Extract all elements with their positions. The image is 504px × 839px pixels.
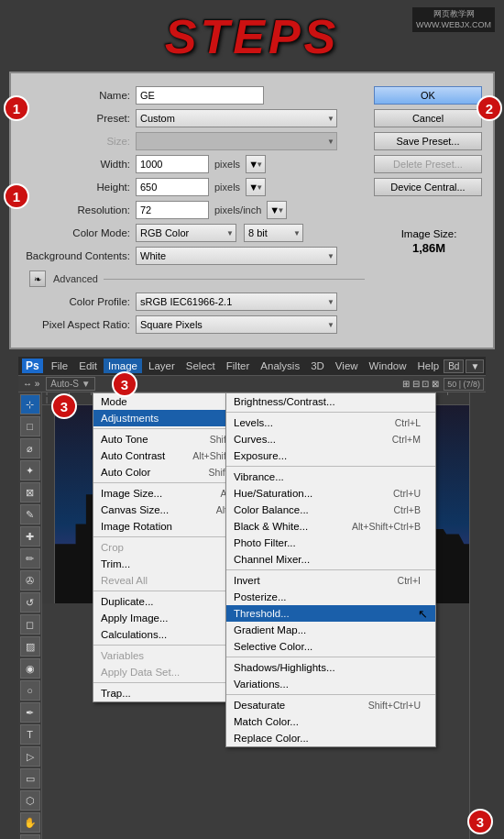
menu-3d[interactable]: 3D (306, 359, 329, 373)
adj-brightness-contrast[interactable]: Brightness/Contrast... (226, 393, 435, 410)
width-input[interactable] (136, 155, 209, 173)
adj-channel-mixer[interactable]: Channel Mixer... (226, 551, 435, 568)
resolution-input[interactable] (136, 201, 209, 219)
resolution-units-select[interactable]: ▼ (267, 201, 287, 219)
name-input[interactable] (136, 86, 264, 105)
width-control: pixels ▼ (136, 155, 365, 173)
tool-shape[interactable]: ▭ (20, 768, 40, 789)
tool-clone[interactable]: ✇ (20, 570, 40, 591)
tool-marquee[interactable]: □ (20, 416, 40, 436)
ps-toolbar2: ↔ » Auto-S ▼ ⊞ ⊟ ⊡ ⊠ 50 | (7/8) (18, 376, 486, 392)
adj-black-white[interactable]: Black & White... Alt+Shift+Ctrl+B (226, 518, 435, 535)
preset-control: Custom (136, 109, 365, 127)
color-mode-row: Color Mode: RGB Color 8 bit (20, 224, 365, 242)
tool-eraser[interactable]: ◻ (20, 614, 40, 635)
adj-exposure[interactable]: Exposure... (226, 447, 435, 464)
adj-variations[interactable]: Variations... (226, 676, 435, 692)
tool-zoom[interactable]: ⌕ (20, 834, 40, 839)
advanced-row: ❧ Advanced (20, 270, 365, 287)
tool-crop[interactable]: ⊠ (20, 482, 40, 502)
adj-gradient-map[interactable]: Gradient Map... (226, 622, 435, 638)
height-input[interactable] (136, 178, 209, 196)
tool-blur[interactable]: ◉ (20, 658, 40, 679)
tool-hand[interactable]: ✋ (20, 812, 40, 833)
adj-threshold[interactable]: Threshold... ↖ (226, 605, 435, 622)
adj-match-color[interactable]: Match Color... (226, 713, 435, 730)
bg-contents-wrapper: White (136, 247, 337, 265)
cancel-button[interactable]: Cancel (374, 109, 482, 127)
width-label: Width: (20, 159, 130, 170)
bg-contents-select[interactable]: White (136, 247, 337, 265)
adj-sep-1 (226, 412, 435, 413)
resolution-control: pixels/inch ▼ (136, 201, 365, 219)
ps-menu-bar: File Edit Image Layer Select Filter Anal… (47, 359, 444, 373)
resolution-row: Resolution: pixels/inch ▼ (20, 201, 365, 219)
pixel-ratio-row: Pixel Aspect Ratio: Square Pixels (20, 315, 365, 334)
menu-select[interactable]: Select (181, 359, 220, 373)
tool-healing[interactable]: ✚ (20, 526, 40, 546)
adj-photo-filter[interactable]: Photo Filter... (226, 535, 435, 551)
color-mode-select[interactable]: RGB Color (136, 224, 236, 242)
ps-menubar: Ps File Edit Image Layer Select Filter A… (18, 357, 486, 376)
ps-icon-btn-1[interactable]: Bd (444, 359, 464, 373)
toolbar-arrows[interactable]: ↔ » (20, 378, 42, 390)
size-row: Size: (20, 132, 365, 150)
menu-file[interactable]: File (47, 359, 73, 373)
adj-shadows-highlights[interactable]: Shadows/Highlights... (226, 659, 435, 676)
delete-preset-button[interactable]: Delete Preset... (374, 155, 482, 173)
adj-replace-color[interactable]: Replace Color... (226, 730, 435, 746)
tool-move[interactable]: ⊹ (20, 394, 40, 414)
tool-lasso[interactable]: ⌀ (20, 438, 40, 458)
advanced-toggle[interactable]: ❧ (29, 270, 46, 287)
step3-circle-adjustments: 3 (51, 393, 77, 419)
menu-edit[interactable]: Edit (74, 359, 102, 373)
adj-hue-saturation[interactable]: Hue/Saturation... Ctrl+U (226, 485, 435, 502)
color-mode-control: RGB Color 8 bit (136, 224, 365, 242)
tool-path-select[interactable]: ▷ (20, 746, 40, 767)
adj-curves[interactable]: Curves... Ctrl+M (226, 431, 435, 447)
adj-posterize[interactable]: Posterize... (226, 589, 435, 605)
device-central-button[interactable]: Device Central... (374, 178, 482, 196)
menu-help[interactable]: Help (412, 359, 444, 373)
tool-eyedropper[interactable]: ✎ (20, 504, 40, 524)
color-profile-select[interactable]: sRGB IEC61966-2.1 (136, 293, 337, 311)
menu-filter[interactable]: Filter (222, 359, 255, 373)
width-units-wrapper: ▼ (246, 155, 266, 173)
preset-label: Preset: (20, 113, 130, 124)
adj-invert[interactable]: Invert Ctrl+I (226, 572, 435, 589)
color-mode-label: Color Mode: (20, 227, 130, 238)
pixel-ratio-select[interactable]: Square Pixels (136, 315, 337, 334)
tool-magic-wand[interactable]: ✦ (20, 460, 40, 480)
menu-window[interactable]: Window (365, 359, 411, 373)
adj-selective-color[interactable]: Selective Color... (226, 638, 435, 655)
color-depth-select[interactable]: 8 bit (244, 224, 303, 242)
tool-brush[interactable]: ✏ (20, 548, 40, 569)
adj-levels[interactable]: Levels... Ctrl+L (226, 414, 435, 431)
menu-analysis[interactable]: Analysis (256, 359, 304, 373)
adj-desaturate[interactable]: Desaturate Shift+Ctrl+U (226, 697, 435, 713)
toolbar-dropdown-1[interactable]: Auto-S ▼ (46, 377, 94, 391)
adj-vibrance[interactable]: Vibrance... (226, 469, 435, 485)
bg-contents-row: Background Contents: White (20, 247, 365, 265)
pixel-ratio-control: Square Pixels (136, 315, 365, 334)
tool-gradient[interactable]: ▨ (20, 636, 40, 657)
bg-contents-label: Background Contents: (20, 250, 130, 261)
tool-type[interactable]: T (20, 724, 40, 745)
tool-history-brush[interactable]: ↺ (20, 592, 40, 613)
toolbar-icon-group[interactable]: ⊞ ⊟ ⊡ ⊠ (400, 378, 442, 391)
adj-color-balance[interactable]: Color Balance... Ctrl+B (226, 502, 435, 518)
height-units-select[interactable]: ▼ (246, 178, 266, 196)
tool-dodge[interactable]: ○ (20, 680, 40, 701)
preset-select[interactable]: Custom (136, 109, 337, 127)
tool-pen[interactable]: ✒ (20, 702, 40, 723)
resolution-units-wrapper: ▼ (267, 201, 287, 219)
menu-layer[interactable]: Layer (144, 359, 180, 373)
width-units-select[interactable]: ▼ (246, 155, 266, 173)
color-profile-row: Color Profile: sRGB IEC61966-2.1 (20, 293, 365, 311)
size-select-wrapper (136, 132, 337, 150)
tool-3d[interactable]: ⬡ (20, 790, 40, 811)
ps-icon-btn-2[interactable]: ▼ (466, 359, 484, 373)
ok-button[interactable]: OK (374, 86, 482, 105)
menu-view[interactable]: View (331, 359, 363, 373)
save-preset-button[interactable]: Save Preset... (374, 132, 482, 150)
